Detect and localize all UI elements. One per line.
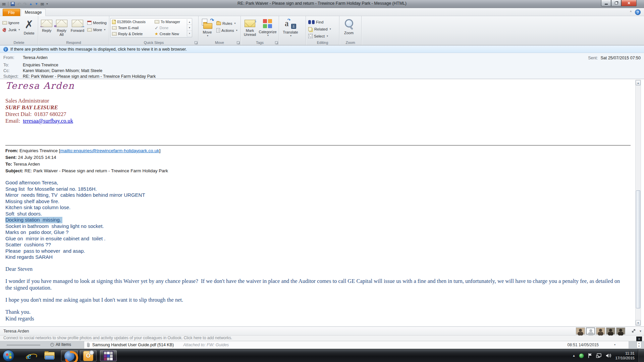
mail-icon: ✉ bbox=[2, 2, 6, 6]
taskbar-outlook[interactable]: O bbox=[80, 350, 97, 361]
tab-message[interactable]: Message bbox=[21, 9, 46, 16]
next-item-icon[interactable]: ▼ bbox=[35, 2, 38, 6]
ignore-button[interactable]: Ignore bbox=[1, 19, 21, 26]
spinner-up-icon[interactable]: ▲ bbox=[637, 342, 641, 345]
categorize-button[interactable]: Categorize ▾ bbox=[258, 17, 277, 40]
expand-people-pane-icon[interactable] bbox=[632, 329, 636, 333]
junk-button[interactable]: ⊘ Junk▾ bbox=[1, 26, 21, 33]
selected-text[interactable]: Docking station missing. bbox=[5, 217, 62, 223]
forward-envelope-icon: → bbox=[72, 20, 83, 27]
reply-button[interactable]: ← Reply bbox=[39, 17, 54, 40]
show-desktop-button[interactable] bbox=[638, 349, 644, 362]
body-scrollbar[interactable]: ▲ ▼ bbox=[635, 80, 641, 326]
avatar[interactable] bbox=[606, 327, 615, 335]
meeting-button[interactable]: Meeting bbox=[86, 19, 108, 26]
quick-steps-dialog-launcher[interactable] bbox=[195, 41, 198, 44]
to-value[interactable]: Enquiries Trewince bbox=[23, 63, 58, 67]
background-window-strip: × All Items Samsung Handset User Guide.p… bbox=[0, 341, 644, 349]
avatar[interactable] bbox=[616, 327, 625, 335]
collapse-ribbon-icon[interactable]: ^ bbox=[630, 10, 632, 14]
quoted-separator bbox=[5, 145, 631, 145]
attachment-row[interactable]: Samsung Handset User Guide.pdf (514 KB) … bbox=[84, 341, 629, 349]
reply-all-button[interactable]: « Reply All bbox=[54, 17, 69, 40]
scroll-down-button[interactable]: ▼ bbox=[636, 320, 641, 325]
quick-steps-scroll-down[interactable]: ▼ bbox=[187, 25, 192, 31]
actions-button[interactable]: Actions▾ bbox=[215, 27, 239, 34]
quick-step-team-email[interactable]: Team E-mail bbox=[112, 25, 155, 31]
taskbar-explorer[interactable] bbox=[41, 350, 58, 361]
scroll-up-button[interactable]: ▲ bbox=[636, 80, 641, 85]
mark-unread-button[interactable]: ↓ Mark Unread bbox=[242, 17, 258, 40]
quick-steps-scroll-up[interactable]: ▲ bbox=[187, 19, 192, 25]
previous-item-icon[interactable]: ▲ bbox=[29, 2, 33, 6]
redo-icon[interactable]: ↷ bbox=[23, 2, 27, 6]
scroll-spinner[interactable]: ▲ ▼ bbox=[637, 341, 641, 348]
save-icon[interactable] bbox=[11, 2, 15, 6]
tab-file[interactable]: File bbox=[3, 9, 20, 16]
translate-button[interactable]: a ↷ Translate ▾ bbox=[280, 17, 301, 40]
close-button[interactable]: × bbox=[621, 0, 637, 6]
body-line: Kind regards SARAH bbox=[5, 254, 626, 260]
send-receive-icon[interactable]: ✉ bbox=[41, 2, 44, 6]
volume-icon[interactable] bbox=[606, 353, 611, 358]
all-items-tab[interactable]: All Items bbox=[50, 342, 71, 347]
help-button[interactable]: ? bbox=[635, 9, 641, 15]
background-close-icon[interactable]: × bbox=[636, 337, 642, 341]
avatar[interactable] bbox=[576, 327, 585, 335]
info-bar-text[interactable]: If there are problems with how this mess… bbox=[10, 47, 187, 52]
avatar[interactable] bbox=[596, 327, 605, 335]
from-value[interactable]: Teresa Arden bbox=[23, 55, 48, 60]
quick-step-create-new[interactable]: ★ Create New bbox=[155, 31, 186, 37]
find-button[interactable]: Find bbox=[307, 18, 332, 25]
quick-step-done[interactable]: ✓ Done bbox=[155, 25, 186, 31]
zoom-button[interactable]: Zoom bbox=[340, 17, 357, 40]
zoom-magnifier-icon bbox=[344, 19, 354, 29]
quick-step-reply-delete[interactable]: Reply & Delete bbox=[112, 31, 155, 37]
taskbar-internet-explorer[interactable]: e bbox=[21, 350, 38, 361]
quick-step-to-manager[interactable]: To Manager bbox=[155, 19, 186, 24]
quick-step-chassis[interactable]: 012856h Chassis bbox=[112, 19, 155, 24]
more-button[interactable]: More▾ bbox=[86, 26, 108, 33]
message-body[interactable]: Teresa Arden Sales Administrator SURF BA… bbox=[0, 79, 644, 327]
taskbar-firefox[interactable] bbox=[61, 350, 78, 361]
taskbar-clock[interactable]: 11:31 17/10/2015 bbox=[615, 351, 635, 360]
undo-icon[interactable]: ↶ bbox=[17, 2, 21, 6]
collapse-people-pane-icon[interactable]: ▾ bbox=[640, 329, 641, 333]
social-connect-bar[interactable]: Connect to social networks to show profi… bbox=[0, 336, 644, 341]
qat-customize-icon[interactable]: ▾ bbox=[46, 3, 48, 5]
restore-button[interactable] bbox=[611, 0, 621, 6]
title-bar: ✉ ↶ ↷ ▲ ▼ ✉ ▾ RE: Park Waiver - Please s… bbox=[0, 0, 644, 8]
outlook-message-window: ✉ ↶ ↷ ▲ ▼ ✉ ▾ RE: Park Waiver - Please s… bbox=[0, 0, 644, 362]
move-button[interactable]: ↷ Move ▾ bbox=[200, 17, 215, 40]
forward-button[interactable]: → Forward bbox=[69, 17, 86, 40]
attachment-name[interactable]: Samsung Handset User Guide.pdf (514 KB) bbox=[92, 343, 174, 347]
taskbar-active-app[interactable] bbox=[100, 350, 117, 361]
minimize-button[interactable] bbox=[601, 0, 611, 6]
scrollbar-thumb[interactable] bbox=[636, 190, 640, 308]
delete-button[interactable]: ✗ Delete bbox=[21, 17, 37, 40]
select-button[interactable]: Select▾ bbox=[307, 33, 332, 40]
ribbon-group-move: ↷ Move ▾ Rules▾ Actions▾ Move bbox=[199, 16, 241, 45]
tags-dialog-launcher[interactable] bbox=[275, 41, 278, 44]
mailto-link[interactable]: mailto:enquiries@trewincefarm-holidaypar… bbox=[60, 148, 159, 153]
tray-show-hidden-icon[interactable]: ▲ bbox=[573, 354, 576, 357]
related-button[interactable]: Related▾ bbox=[307, 25, 332, 33]
sent-value: Sat 25/07/2015 07:50 bbox=[600, 56, 641, 60]
move-dialog-launcher[interactable] bbox=[237, 41, 240, 44]
network-icon[interactable] bbox=[596, 353, 602, 358]
letter-paragraph-2: I hope you don't mind me asking again bu… bbox=[5, 297, 626, 303]
message-info-bar[interactable]: i If there are problems with how this me… bbox=[0, 46, 644, 53]
quick-steps-more[interactable]: ▾ bbox=[187, 31, 192, 37]
rules-button[interactable]: Rules▾ bbox=[215, 20, 239, 27]
spinner-down-icon[interactable]: ▼ bbox=[637, 345, 641, 348]
tray-status-icon[interactable] bbox=[579, 353, 584, 358]
attachment-dropdown-icon[interactable]: ▾ bbox=[614, 343, 615, 346]
cc-value[interactable]: Karen Watson; Darren Milsom; Matt Steele bbox=[23, 68, 102, 73]
signature-company: SURF BAY LEISURE bbox=[5, 104, 626, 111]
attachment-datetime: 08:51 14/05/2015 bbox=[568, 343, 599, 347]
email-link[interactable]: teresaa@surfbay.co.uk bbox=[23, 118, 73, 124]
body-line: Kitchen sink tap column lose. bbox=[5, 204, 626, 211]
start-button[interactable] bbox=[3, 350, 14, 362]
avatar-selected[interactable] bbox=[586, 327, 595, 335]
action-center-flag-icon[interactable] bbox=[588, 353, 592, 358]
